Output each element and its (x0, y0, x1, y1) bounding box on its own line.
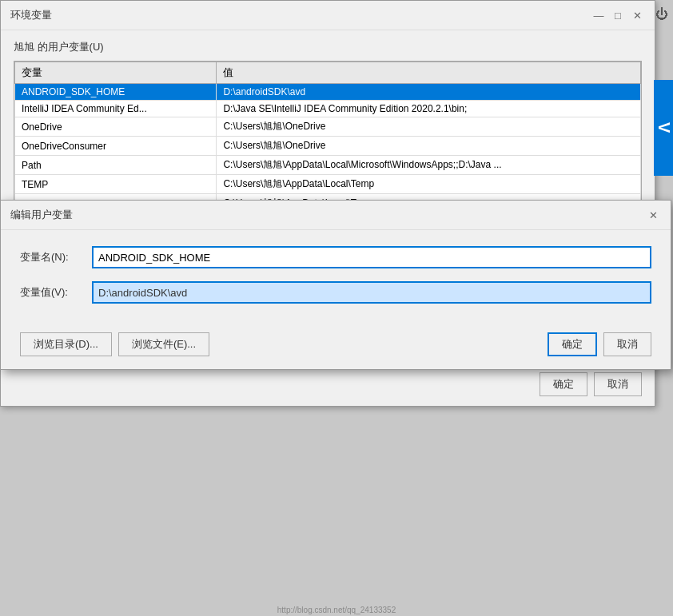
var-name-label: 变量名(N): (20, 250, 92, 264)
user-var-row[interactable]: OneDriveC:\Users\旭旭\OneDrive (15, 117, 641, 137)
user-var-value: D:\androidSDK\avd (217, 84, 641, 101)
edit-dialog-titlebar-controls: ✕ (645, 207, 661, 223)
env-cancel-button[interactable]: 取消 (594, 372, 642, 396)
power-button[interactable]: ⏻ (654, 6, 670, 22)
user-var-value: C:\Users\旭旭\AppData\Local\Temp (217, 175, 641, 194)
edit-dialog-titlebar: 编辑用户变量 ✕ (1, 201, 671, 230)
user-var-row[interactable]: IntelliJ IDEA Community Ed...D:\Java SE\… (15, 101, 641, 117)
titlebar-controls: — □ ✕ (591, 7, 645, 23)
env-ok-button[interactable]: 确定 (540, 372, 587, 396)
watermark: http://blog.csdn.net/qq_24133352 (277, 606, 396, 614)
user-var-name: OneDriveConsumer (15, 137, 217, 156)
power-button-area: ⏻ (654, 6, 670, 22)
var-name-row: 变量名(N): (20, 246, 651, 268)
maximize-button[interactable]: □ (610, 7, 626, 23)
env-bottom-buttons: 确定 取消 (1, 368, 655, 406)
env-window-title: 环境变量 (10, 8, 52, 22)
user-vars-table: 变量 值 ANDROID_SDK_HOMED:\androidSDK\avdIn… (14, 62, 641, 205)
user-var-name: OneDrive (15, 117, 217, 137)
close-button[interactable]: ✕ (629, 7, 645, 23)
user-var-name: Path (15, 156, 217, 175)
dialog-form: 变量名(N): 变量值(V): (1, 230, 671, 332)
dialog-ok-button[interactable]: 确定 (548, 332, 597, 356)
user-var-row[interactable]: PathC:\Users\旭旭\AppData\Local\Microsoft\… (15, 156, 641, 175)
user-vars-table-container[interactable]: 变量 值 ANDROID_SDK_HOMED:\androidSDK\avdIn… (14, 61, 642, 205)
env-window-titlebar: 环境变量 — □ ✕ (1, 1, 655, 30)
edit-dialog-title: 编辑用户变量 (10, 208, 73, 222)
user-var-row[interactable]: ANDROID_SDK_HOMED:\androidSDK\avd (15, 84, 641, 101)
dialog-cancel-button[interactable]: 取消 (603, 332, 651, 356)
var-value-label: 变量值(V): (20, 285, 92, 300)
user-vars-section: 旭旭 的用户变量(U) 变量 值 ANDROID_SDK_HOMED:\andr… (1, 30, 655, 214)
edit-dialog-close-button[interactable]: ✕ (645, 207, 661, 223)
browse-dir-button[interactable]: 浏览目录(D)... (20, 332, 112, 356)
user-var-value: C:\Users\旭旭\AppData\Local\Microsoft\Wind… (217, 156, 641, 175)
browse-file-button[interactable]: 浏览文件(E)... (118, 332, 209, 356)
var-name-input[interactable] (92, 246, 651, 268)
col-header-var: 变量 (15, 62, 217, 84)
var-value-input[interactable] (92, 281, 651, 304)
user-var-row[interactable]: OneDriveConsumerC:\Users\旭旭\OneDrive (15, 137, 641, 156)
col-header-val: 值 (217, 62, 641, 84)
right-side-letter: V (655, 122, 673, 133)
user-var-name: ANDROID_SDK_HOME (15, 84, 217, 101)
minimize-button[interactable]: — (591, 7, 607, 23)
user-var-value: C:\Users\旭旭\OneDrive (217, 137, 641, 156)
edit-user-variable-dialog: 编辑用户变量 ✕ 变量名(N): 变量值(V): 浏览目录(D)... 浏览文件… (0, 200, 671, 370)
user-var-value: C:\Users\旭旭\OneDrive (217, 117, 641, 137)
var-value-row: 变量值(V): (20, 281, 651, 304)
user-var-value: D:\Java SE\IntelliJ IDEA Community Editi… (217, 101, 641, 117)
right-side-accent: V (654, 80, 673, 176)
dialog-action-buttons: 浏览目录(D)... 浏览文件(E)... 确定 取消 (1, 332, 671, 369)
user-var-row[interactable]: TEMPC:\Users\旭旭\AppData\Local\Temp (15, 175, 641, 194)
user-var-name: IntelliJ IDEA Community Ed... (15, 101, 217, 117)
user-var-name: TEMP (15, 175, 217, 194)
user-section-title: 旭旭 的用户变量(U) (14, 40, 642, 54)
